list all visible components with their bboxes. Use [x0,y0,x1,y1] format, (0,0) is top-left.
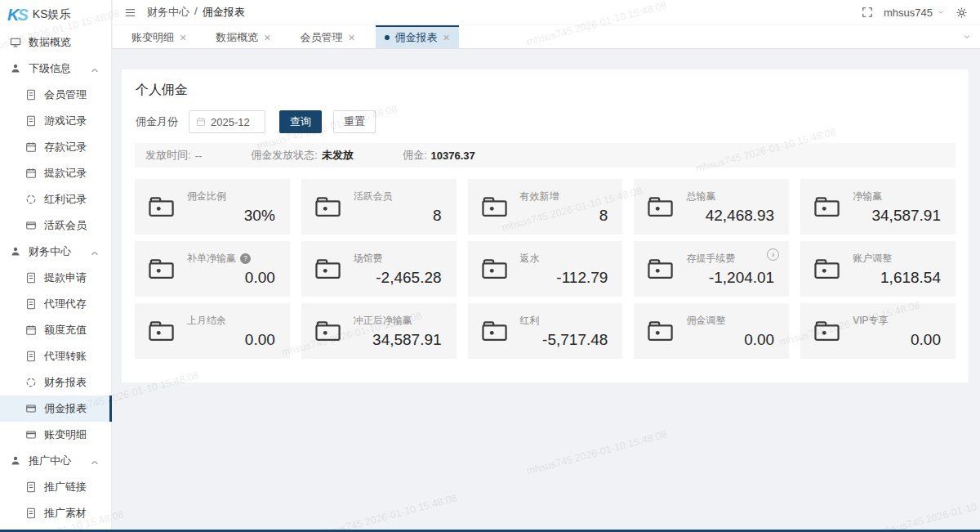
coin-icon [25,377,37,388]
sidebar-group-label: 推广中心 [29,454,71,468]
tab-member-management[interactable]: 会员管理 × [291,25,363,48]
issue-status: 佣金发放状态: 未发放 [251,148,354,163]
sidebar-item-deposit-records[interactable]: 存款记录 [0,134,111,160]
user-menu[interactable]: mhsus745 [884,7,945,19]
card-value: 8 [354,207,442,225]
chevron-up-icon [89,248,100,259]
watermark-text: mhsus745 2026-01-10 15:48:08 [525,428,668,476]
sidebar-item-finance-report[interactable]: 财务报表 [0,369,111,396]
help-icon[interactable]: ? [240,253,251,264]
watermark-text: mhsus745 2026-01-10 15:48:08 [876,490,980,532]
active-tab-dot [385,35,390,40]
sidebar-item-label: 推广素材 [44,506,87,521]
sidebar-item-label: 会员管理 [44,87,87,102]
sidebar-item-member-management[interactable]: 会员管理 [0,82,111,108]
issue-status-value: 未发放 [322,148,354,163]
sidebar-item-quota-recharge[interactable]: 额度充值 [0,317,111,343]
reset-button[interactable]: 重置 [333,110,376,133]
card-label: 佣金调整 [686,314,725,328]
card-value: 34,587.91 [354,331,442,349]
sidebar-item-label: 存款记录 [44,140,87,154]
tab-commission-report[interactable]: 佣金报表 × [376,25,459,48]
card-label: 上月结余 [187,314,226,328]
tab-options-chevron-icon[interactable] [962,32,972,42]
sidebar-item-agent-deposit[interactable]: 代理代存 [0,291,111,317]
fullscreen-icon[interactable] [862,7,873,18]
doc-icon [25,89,37,101]
tab-data-overview[interactable]: 数据概览 × [207,25,279,48]
tab-account-changes[interactable]: 账变明细 × [122,25,195,48]
doc-icon [25,507,37,519]
card-label: 补单净输赢 [187,252,236,266]
month-label: 佣金月份 [136,114,178,129]
sidebar-item-commission-report[interactable]: 佣金报表 [0,396,111,422]
card-label: VIP专享 [853,314,888,328]
sidebar-item-withdrawal-records[interactable]: 提款记录 [0,160,111,186]
card-label: 冲正后净输赢 [354,314,412,328]
query-button[interactable]: 查询 [279,110,322,133]
sidebar-item-game-records[interactable]: 游戏记录 [0,108,111,134]
sidebar-collapse-icon[interactable] [124,7,136,19]
sidebar-group-label: 财务中心 [29,244,71,259]
close-icon[interactable]: × [180,32,186,43]
stat-card-account-adjustment: 账户调整 1,618.54 [800,241,956,297]
query-form: 佣金月份 2025-12 查询 重置 [136,110,969,133]
logo[interactable]: KS KS娱乐 [0,0,111,29]
tab-label: 佣金报表 [395,30,438,45]
stat-cards-grid: 佣金比例 30% 活跃会员 8 有效新增 8 总输赢 42,468.93 净输赢… [135,179,956,359]
sidebar-item-withdrawal-request[interactable]: 提款申请 [0,265,111,291]
card-label: 净输赢 [853,190,882,203]
sidebar-item-active-members[interactable]: 活跃会员 [0,212,111,239]
folder-icon [314,257,343,281]
close-icon[interactable]: × [443,32,450,43]
card-value: 0.00 [187,269,275,287]
folder-icon [314,319,343,343]
doc-icon [25,115,37,127]
stat-card-commission-adjustment: 佣金调整 0.00 [634,303,789,359]
logo-ks-icon: KS [7,7,27,23]
chevron-up-icon [89,457,100,468]
sidebar-item-bonus-records[interactable]: 红利记录 [0,186,111,212]
close-icon[interactable]: × [264,32,270,43]
sidebar-group-finance-center[interactable]: 财务中心 [0,239,111,265]
sidebar-item-promotion-material[interactable]: 推广素材 [0,500,111,526]
calendar-icon [25,168,37,179]
sidebar-item-label: 游戏记录 [44,114,87,128]
card-label: 总输赢 [686,190,715,203]
doc-icon [25,272,37,284]
card-label: 红利 [520,314,540,328]
close-icon[interactable]: × [348,32,354,43]
card-label: 场馆费 [354,252,383,266]
issue-time-value: -- [195,150,203,162]
sidebar-item-agent-transfer[interactable]: 代理转账 [0,343,111,369]
header-actions: mhsus745 [862,7,980,19]
breadcrumb-section[interactable]: 财务中心 [147,5,189,20]
gear-icon[interactable] [956,7,968,19]
sidebar-item-promotion-link[interactable]: 推广链接 [0,474,111,500]
sidebar-item-data-overview[interactable]: 数据概览 [0,29,111,56]
folder-icon [646,257,675,281]
commission-amount-value: 10376.37 [431,150,475,162]
month-value: 2025-12 [211,116,250,128]
chevron-up-icon [89,65,100,76]
calendar-icon [25,324,37,336]
card-label: 有效新增 [520,190,559,203]
monitor-icon [10,37,21,48]
card-value: -2,465.28 [354,269,442,287]
sidebar-group-promotion-center[interactable]: 推广中心 [0,448,111,474]
month-picker-input[interactable]: 2025-12 [189,110,265,133]
stat-card-bonus: 红利 -5,717.48 [468,303,623,359]
sidebar-item-account-changes[interactable]: 账变明细 [0,422,111,448]
sidebar-group-label: 下级信息 [29,61,71,76]
card-value: 0.00 [853,331,941,349]
folder-icon [147,257,176,281]
team-icon [10,455,21,467]
sidebar-item-label: 红利记录 [44,192,87,207]
stat-card-net-winloss: 净输赢 34,587.91 [800,179,956,235]
stat-card-last-month-balance: 上月结余 0.00 [135,303,290,359]
sidebar-item-label: 账变明细 [44,427,87,442]
sidebar-item-label: 活跃会员 [44,218,87,233]
sidebar-group-subordinate-info[interactable]: 下级信息 [0,56,111,82]
stat-card-active-members: 活跃会员 8 [301,179,457,235]
stat-card-adjusted-net-winloss: 补单净输赢 ? 0.00 [135,241,290,297]
